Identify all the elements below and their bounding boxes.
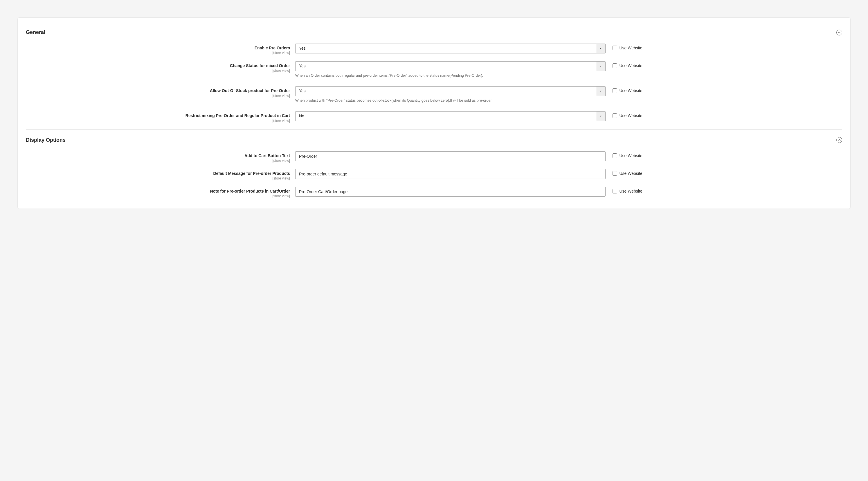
field-row-default-msg: Default Message for Pre-order Products [… <box>26 169 842 180</box>
use-website-cart-note: Use Website <box>606 187 643 193</box>
label-allow-oos: Allow Out-Of-Stock product for Pre-Order… <box>26 86 295 98</box>
control-allow-oos: Yes When product with "Pre-Order" status… <box>295 86 606 108</box>
chevron-down-icon <box>596 87 605 96</box>
chevron-down-icon <box>596 112 605 121</box>
field-row-allow-oos: Allow Out-Of-Stock product for Pre-Order… <box>26 86 842 108</box>
section-header-general: General <box>26 26 842 43</box>
checkbox-use-website-allow-oos[interactable] <box>613 88 617 93</box>
chevron-up-icon <box>838 31 841 34</box>
select-enable-preorders[interactable]: Yes <box>295 43 606 54</box>
use-website-default-msg: Use Website <box>606 169 643 176</box>
label-default-msg: Default Message for Pre-order Products [… <box>26 169 295 180</box>
checkbox-use-website-restrict-mix[interactable] <box>613 113 617 118</box>
use-website-enable: Use Website <box>606 43 643 50</box>
input-default-msg[interactable] <box>295 169 606 179</box>
use-website-allow-oos: Use Website <box>606 86 643 93</box>
use-website-btn-text: Use Website <box>606 151 643 158</box>
field-row-enable-preorders: Enable Pre Orders [store view] Yes Use W… <box>26 43 842 55</box>
hint-allow-oos: When product with "Pre-Order" status bec… <box>295 98 606 103</box>
checkbox-use-website-change-status[interactable] <box>613 63 617 68</box>
use-website-restrict-mix: Use Website <box>606 111 643 118</box>
control-btn-text <box>295 151 606 161</box>
section-header-display: Display Options <box>26 132 842 151</box>
checkbox-use-website-cart-note[interactable] <box>613 189 617 193</box>
chevron-up-icon <box>838 139 841 142</box>
use-website-change-status: Use Website <box>606 61 643 68</box>
field-row-cart-note: Note for Pre-order Products in Cart/Orde… <box>26 187 842 198</box>
label-cart-note: Note for Pre-order Products in Cart/Orde… <box>26 187 295 198</box>
collapse-button-general[interactable] <box>836 30 842 35</box>
section-title-general: General <box>26 29 45 35</box>
field-row-restrict-mix: Restrict mixing Pre-Order and Regular Pr… <box>26 111 842 123</box>
settings-panel: General Enable Pre Orders [store view] Y… <box>18 18 850 209</box>
input-btn-text[interactable] <box>295 151 606 161</box>
hint-change-status: When an Order contains both regular and … <box>295 73 606 78</box>
checkbox-use-website-default-msg[interactable] <box>613 171 617 176</box>
divider <box>26 129 842 129</box>
control-enable-preorders: Yes <box>295 43 606 54</box>
chevron-down-icon <box>596 44 605 53</box>
section-title-display: Display Options <box>26 137 66 143</box>
label-change-status: Change Status for mixed Order [store vie… <box>26 61 295 72</box>
select-change-status[interactable]: Yes <box>295 61 606 71</box>
control-change-status: Yes When an Order contains both regular … <box>295 61 606 83</box>
control-cart-note <box>295 187 606 197</box>
label-btn-text: Add to Cart Button Text [store view] <box>26 151 295 163</box>
label-enable-preorders: Enable Pre Orders [store view] <box>26 43 295 55</box>
select-allow-oos[interactable]: Yes <box>295 86 606 96</box>
input-cart-note[interactable] <box>295 187 606 197</box>
control-restrict-mix: No <box>295 111 606 121</box>
chevron-down-icon <box>596 62 605 71</box>
control-default-msg <box>295 169 606 179</box>
label-restrict-mix: Restrict mixing Pre-Order and Regular Pr… <box>26 111 295 123</box>
collapse-button-display[interactable] <box>836 137 842 143</box>
checkbox-use-website-btn-text[interactable] <box>613 153 617 158</box>
checkbox-use-website-enable[interactable] <box>613 46 617 50</box>
field-row-change-status: Change Status for mixed Order [store vie… <box>26 61 842 83</box>
field-row-btn-text: Add to Cart Button Text [store view] Use… <box>26 151 842 163</box>
select-restrict-mix[interactable]: No <box>295 111 606 121</box>
